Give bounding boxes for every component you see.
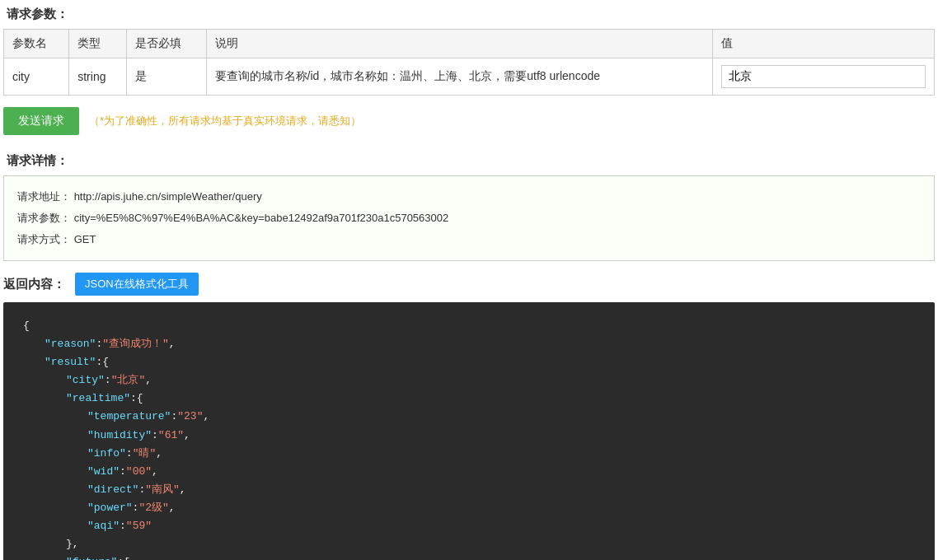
method-value: GET	[74, 233, 96, 245]
param-required: 是	[126, 58, 206, 96]
detail-method-line: 请求方式： GET	[17, 229, 921, 250]
param-value-input[interactable]	[721, 65, 926, 88]
params-table: 参数名 类型 是否必填 说明 值 city string 是 要查询的城市名称/…	[3, 29, 935, 96]
params-label: 请求参数：	[17, 212, 71, 224]
return-header: 返回内容： JSON在线格式化工具	[3, 273, 935, 296]
request-params-title: 请求参数：	[3, 0, 935, 29]
col-header-required: 是否必填	[126, 30, 206, 58]
params-value: city=%E5%8C%97%E4%BA%AC&key=babe12492af9…	[74, 212, 449, 224]
detail-box: 请求地址： http://apis.juhe.cn/simpleWeather/…	[3, 175, 935, 261]
param-type: string	[69, 58, 126, 96]
col-header-desc: 说明	[206, 30, 712, 58]
col-header-value: 值	[712, 30, 934, 58]
param-desc: 要查询的城市名称/id，城市名称如：温州、上海、北京，需要utf8 urlenc…	[206, 58, 712, 96]
method-label: 请求方式：	[17, 233, 71, 245]
json-tool-button[interactable]: JSON在线格式化工具	[75, 273, 199, 296]
table-row: city string 是 要查询的城市名称/id，城市名称如：温州、上海、北京…	[4, 58, 935, 96]
col-header-type: 类型	[69, 30, 126, 58]
return-content-title: 返回内容：	[3, 277, 65, 292]
col-header-name: 参数名	[4, 30, 69, 58]
request-detail-title: 请求详情：	[3, 147, 935, 175]
detail-url-line: 请求地址： http://apis.juhe.cn/simpleWeather/…	[17, 186, 921, 208]
json-output: { "reason":"查询成功！", "result":{ "city":"北…	[3, 302, 935, 560]
send-button[interactable]: 发送请求	[3, 107, 79, 135]
detail-params-line: 请求参数： city=%E5%8C%97%E4%BA%AC&key=babe12…	[17, 208, 921, 229]
param-name: city	[4, 58, 69, 96]
send-area: 发送请求 （*为了准确性，所有请求均基于真实环境请求，请悉知）	[3, 96, 935, 147]
send-notice: （*为了准确性，所有请求均基于真实环境请求，请悉知）	[89, 114, 361, 128]
url-label: 请求地址：	[17, 190, 71, 203]
param-value-cell	[712, 58, 934, 96]
url-value: http://apis.juhe.cn/simpleWeather/query	[74, 190, 262, 203]
